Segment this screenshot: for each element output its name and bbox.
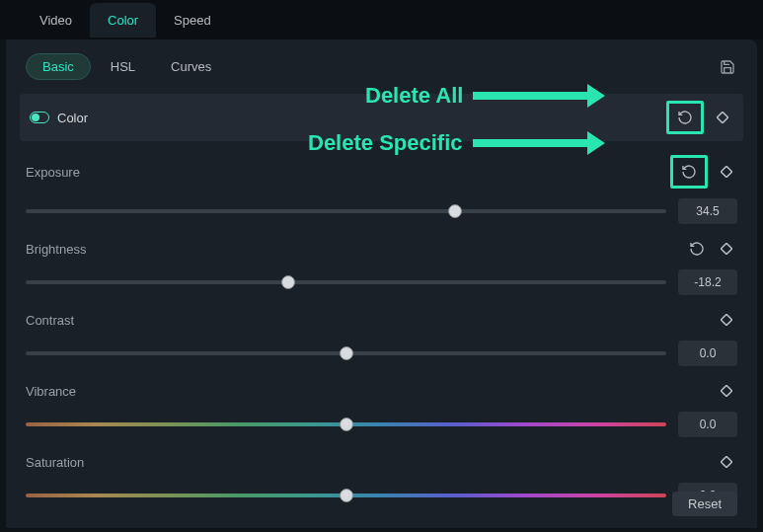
keyframe-exposure-icon[interactable] <box>716 161 737 183</box>
subtab-basic[interactable]: Basic <box>26 53 91 80</box>
svg-rect-1 <box>721 166 731 177</box>
keyframe-contrast-icon[interactable] <box>716 309 737 331</box>
vibrance-handle[interactable] <box>340 418 353 431</box>
saturation-row: Saturation 0.0 <box>20 451 743 508</box>
keyframe-saturation-icon[interactable] <box>716 451 737 473</box>
vibrance-value[interactable]: 0.0 <box>678 412 737 437</box>
tab-video[interactable]: Video <box>22 3 90 38</box>
exposure-slider[interactable] <box>26 209 666 213</box>
svg-rect-5 <box>721 456 731 467</box>
brightness-row: Brightness -18.2 <box>20 238 743 295</box>
vibrance-label: Vibrance <box>26 384 76 399</box>
brightness-handle[interactable] <box>281 275 295 289</box>
svg-rect-0 <box>717 112 727 122</box>
exposure-label: Exposure <box>26 165 80 180</box>
svg-rect-3 <box>721 314 731 325</box>
keyframe-brightness-icon[interactable] <box>716 238 737 260</box>
reset-brightness-icon[interactable] <box>686 238 708 260</box>
svg-rect-2 <box>721 243 731 254</box>
saturation-handle[interactable] <box>340 489 353 502</box>
color-panel: Basic HSL Curves Color Exposure <box>6 39 757 528</box>
reset-all-highlight <box>666 101 704 134</box>
contrast-value[interactable]: 0.0 <box>678 341 737 366</box>
contrast-label: Contrast <box>26 313 74 328</box>
vibrance-row: Vibrance 0.0 <box>20 380 743 437</box>
exposure-row: Exposure 34.5 <box>20 155 743 224</box>
saturation-label: Saturation <box>26 455 84 470</box>
contrast-row: Contrast 0.0 <box>20 309 743 366</box>
keyframe-section-icon[interactable] <box>712 107 733 128</box>
contrast-slider[interactable] <box>26 351 666 355</box>
reset-button[interactable]: Reset <box>672 492 737 516</box>
brightness-label: Brightness <box>26 242 86 257</box>
exposure-value[interactable]: 34.5 <box>678 198 737 224</box>
subtab-hsl[interactable]: HSL <box>95 54 151 79</box>
brightness-slider[interactable] <box>26 280 666 284</box>
tab-speed[interactable]: Speed <box>156 3 229 38</box>
section-title: Color <box>57 111 88 125</box>
brightness-value[interactable]: -18.2 <box>678 269 737 295</box>
subtabs-row: Basic HSL Curves <box>20 53 743 94</box>
exposure-handle[interactable] <box>448 204 462 218</box>
contrast-handle[interactable] <box>340 346 353 360</box>
reset-exposure-icon[interactable] <box>678 161 700 183</box>
color-enable-toggle[interactable] <box>30 112 49 123</box>
main-tabs: Video Color Speed <box>0 0 763 39</box>
reset-all-icon[interactable] <box>674 107 696 128</box>
color-section-header: Color <box>20 94 743 141</box>
save-preset-icon[interactable] <box>718 57 737 77</box>
vibrance-slider[interactable] <box>26 422 666 426</box>
tab-color[interactable]: Color <box>90 3 156 38</box>
svg-rect-4 <box>721 385 731 396</box>
keyframe-vibrance-icon[interactable] <box>716 380 737 402</box>
saturation-slider[interactable] <box>26 494 666 497</box>
reset-exposure-highlight <box>670 155 708 189</box>
subtab-curves[interactable]: Curves <box>155 54 227 79</box>
